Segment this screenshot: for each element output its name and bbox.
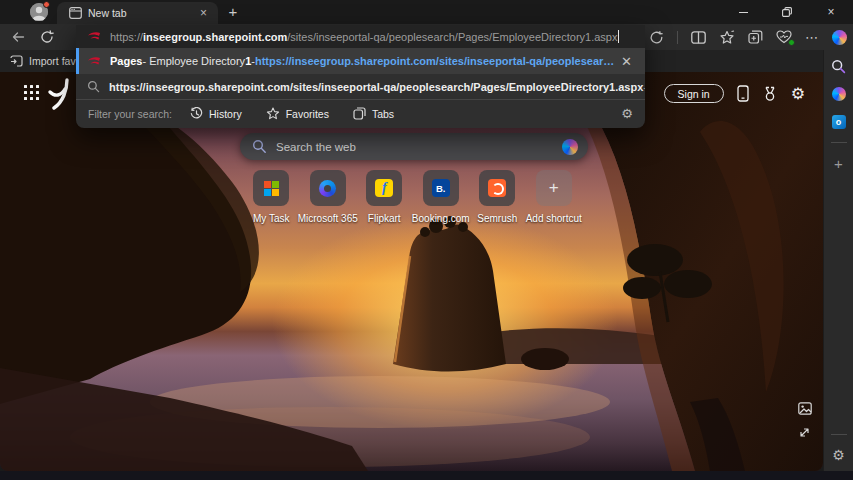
search-input[interactable] xyxy=(276,141,562,153)
shortcut-booking[interactable]: B. Booking.com xyxy=(413,170,470,224)
favorites-icon[interactable] xyxy=(719,30,735,45)
background-image-icon[interactable] xyxy=(798,402,812,415)
suggestion-title-match: Pages xyxy=(110,55,142,67)
wallpaper-controls xyxy=(798,402,812,439)
tab-new-tab[interactable]: New tab × xyxy=(57,2,218,24)
shortcut-label: Flipkart xyxy=(368,213,401,224)
suggestion-engine-label: - Bing Search xyxy=(643,81,645,93)
suggestion-bing-search[interactable]: https://inseegroup.sharepoint.com/sites/… xyxy=(76,74,645,99)
shortcut-label: Semrush xyxy=(477,213,517,224)
remove-suggestion-icon[interactable]: ✕ xyxy=(618,54,635,69)
tabs-icon xyxy=(353,107,366,120)
window-controls: × xyxy=(721,0,853,24)
history-clock-icon xyxy=(190,107,203,120)
filter-favorites-label: Favorites xyxy=(286,108,329,120)
toolbar-right-icons: ⋯ xyxy=(649,24,847,50)
browser-window: New tab × + × xyxy=(0,0,853,480)
suggestion-url: https://inseegroup.sharepoint.com/sites/… xyxy=(255,55,618,67)
toolbar-divider xyxy=(677,31,678,44)
shortcut-label: Booking.com xyxy=(412,213,470,224)
back-button[interactable] xyxy=(8,28,28,46)
notification-dot xyxy=(43,1,50,8)
copilot-icon xyxy=(832,87,846,101)
title-bar: New tab × + × xyxy=(0,0,853,24)
search-icon xyxy=(87,80,100,93)
refresh-button[interactable] xyxy=(37,28,57,46)
text-cursor xyxy=(618,30,619,43)
shortcut-microsoft-365[interactable]: Microsoft 365 xyxy=(300,170,357,224)
minimize-button[interactable] xyxy=(721,0,765,24)
import-favorites-icon xyxy=(10,55,23,67)
restore-icon xyxy=(782,7,792,17)
filter-history[interactable]: History xyxy=(190,107,242,120)
copilot-search-icon[interactable] xyxy=(562,139,578,155)
expand-icon[interactable] xyxy=(798,426,812,439)
page-settings-icon[interactable]: ⚙ xyxy=(791,85,805,103)
sidebar-divider xyxy=(831,434,847,435)
microsoft-logo-icon xyxy=(264,181,279,196)
plus-icon: + xyxy=(834,155,843,172)
essentials-status-badge xyxy=(788,39,795,46)
shortcut-label: My Task xyxy=(253,213,290,224)
shortcut-my-task[interactable]: My Task xyxy=(243,170,300,224)
search-icon xyxy=(252,139,267,154)
close-window-button[interactable]: × xyxy=(809,0,853,24)
sharepoint-site-favicon xyxy=(87,31,101,42)
url-path: /sites/inseeportal-qa/peoplesearch/Pages… xyxy=(287,31,617,43)
split-screen-icon[interactable] xyxy=(691,31,706,44)
filter-tabs[interactable]: Tabs xyxy=(353,107,394,120)
apps-launcher-icon[interactable] xyxy=(24,85,41,102)
shortcut-label: Add shortcut xyxy=(526,213,582,224)
page-icon xyxy=(69,7,82,19)
sidebar-search[interactable] xyxy=(824,52,853,80)
omnibox-dropdown: https://inseegroup.sharepoint.com/sites/… xyxy=(76,25,645,128)
sign-in-button[interactable]: Sign in xyxy=(664,84,724,103)
page-header-actions: Sign in ⚙ xyxy=(664,84,805,103)
sidebar-divider xyxy=(831,142,847,143)
sidebar-add-button[interactable]: + xyxy=(824,149,853,177)
address-bar[interactable]: https://inseegroup.sharepoint.com/sites/… xyxy=(76,25,645,48)
star-icon xyxy=(266,107,280,120)
sign-in-label: Sign in xyxy=(678,88,710,100)
refresh-icon xyxy=(40,30,54,44)
web-search-box[interactable] xyxy=(240,133,588,160)
url-scheme: https:// xyxy=(110,31,143,43)
profile-avatar[interactable] xyxy=(30,3,48,21)
copilot-toolbar-icon[interactable] xyxy=(832,30,847,45)
new-tab-page: Sign in ⚙ xyxy=(0,72,823,471)
filter-favorites[interactable]: Favorites xyxy=(266,107,329,120)
search-sidebar-icon xyxy=(831,59,846,74)
shortcut-semrush[interactable]: Semrush xyxy=(469,170,526,224)
sidebar-copilot[interactable] xyxy=(824,80,853,108)
restore-button[interactable] xyxy=(765,0,809,24)
dropdown-settings-icon[interactable]: ⚙ xyxy=(621,107,633,120)
filter-history-label: History xyxy=(209,108,242,120)
copilot-icon xyxy=(832,30,847,45)
edge-sidebar: o + ⚙ xyxy=(823,50,853,471)
sharepoint-site-favicon xyxy=(87,56,101,67)
suggestion-query: https://inseegroup.sharepoint.com/sites/… xyxy=(109,81,643,93)
search-filter-bar: Filter your search: History Favorites xyxy=(76,100,645,127)
filter-label: Filter your search: xyxy=(88,108,172,120)
tab-close-icon[interactable]: × xyxy=(197,6,210,20)
back-icon xyxy=(11,30,25,44)
new-tab-button[interactable]: + xyxy=(224,3,242,21)
gear-icon: ⚙ xyxy=(832,448,845,462)
shortcut-flipkart[interactable]: f Flipkart xyxy=(356,170,413,224)
tab-title: New tab xyxy=(88,7,197,19)
close-icon: × xyxy=(827,5,834,19)
collections-icon[interactable] xyxy=(748,30,763,45)
minimize-icon xyxy=(739,12,748,13)
outlook-icon: o xyxy=(832,115,846,129)
mobile-device-icon[interactable] xyxy=(737,85,749,102)
browser-essentials-icon[interactable] xyxy=(776,30,792,44)
add-shortcut-button[interactable]: + Add shortcut xyxy=(526,170,583,224)
sidebar-settings[interactable]: ⚙ xyxy=(824,441,853,469)
sidebar-outlook[interactable]: o xyxy=(824,108,853,136)
import-favorites-button[interactable]: Import favor xyxy=(0,55,85,67)
shortcut-label: Microsoft 365 xyxy=(298,213,358,224)
suggestion-site-selected[interactable]: Pages - Employee Directory1 - https://in… xyxy=(76,48,645,74)
rewards-icon[interactable] xyxy=(762,86,778,102)
sync-icon[interactable] xyxy=(649,30,664,45)
more-menu-icon[interactable]: ⋯ xyxy=(805,30,819,45)
